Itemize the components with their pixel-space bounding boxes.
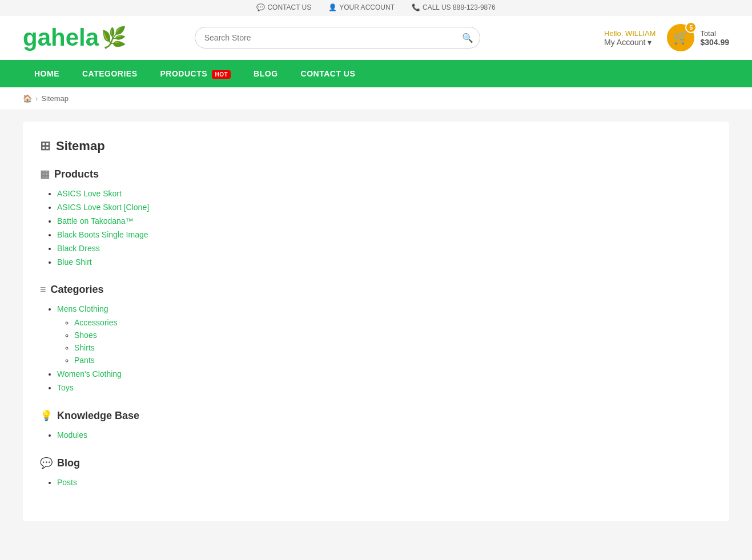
list-item: Mens Clothing Accessories Shoes Shirts P… <box>57 304 712 365</box>
list-item: Shirts <box>74 343 712 352</box>
list-item: Women's Clothing <box>57 369 712 378</box>
list-item: Accessories <box>74 318 712 327</box>
cart-button[interactable]: 🛒 5 <box>667 24 694 51</box>
nav-item-blog: BLOG <box>242 60 289 87</box>
main-nav: HOME CATEGORIES PRODUCTS HOT BLOG CONTAC… <box>0 60 752 87</box>
product-link-black-boots[interactable]: Black Boots Single Image <box>57 230 148 239</box>
header-right: Hello, WILLIAM My Account ▾ 🛒 5 Total $3… <box>604 24 729 51</box>
logo-leaf-icon: 🌿 <box>101 26 127 50</box>
category-link-toys[interactable]: Toys <box>57 383 74 392</box>
user-icon: 👤 <box>328 3 337 11</box>
category-link-shoes[interactable]: Shoes <box>74 331 97 340</box>
categories-section: ≡ Categories Mens Clothing Accessories S… <box>40 284 712 392</box>
header: gahela 🌿 🔍 Hello, WILLIAM My Account ▾ 🛒… <box>0 15 752 60</box>
blog-list: Posts <box>57 478 712 487</box>
breadcrumb-home-link[interactable]: 🏠 <box>23 94 32 103</box>
blog-icon: 💬 <box>40 457 53 469</box>
cart-wrapper: 🛒 5 Total $304.99 <box>667 24 729 51</box>
main-content: ⊞ Sitemap ▦ Products ASICS Love Skort AS… <box>23 122 729 521</box>
cart-badge: 5 <box>685 22 697 33</box>
product-link-asics-love-skort-clone[interactable]: ASICS Love Skort [Clone] <box>57 203 149 212</box>
nav-item-categories: CATEGORIES <box>71 60 149 87</box>
products-list: ASICS Love Skort ASICS Love Skort [Clone… <box>57 189 712 267</box>
chat-icon: 💬 <box>256 3 265 11</box>
categories-list: Mens Clothing Accessories Shoes Shirts P… <box>57 304 712 392</box>
nav-link-home[interactable]: HOME <box>23 60 71 87</box>
list-item: Modules <box>57 430 712 440</box>
total-label: Total <box>700 29 729 38</box>
nav-link-categories[interactable]: CATEGORIES <box>71 60 149 87</box>
nav-link-blog[interactable]: BLOG <box>242 60 289 87</box>
home-icon: 🏠 <box>23 94 32 103</box>
knowledge-base-list: Modules <box>57 430 712 440</box>
phone-icon: 📞 <box>412 3 420 11</box>
product-link-asics-love-skort[interactable]: ASICS Love Skort <box>57 189 122 198</box>
product-link-blue-shirt[interactable]: Blue Shirt <box>57 257 92 267</box>
total-amount: $304.99 <box>700 38 729 47</box>
kb-link-modules[interactable]: Modules <box>57 430 87 440</box>
search-input[interactable] <box>195 27 480 49</box>
categories-icon: ≡ <box>40 284 46 296</box>
product-link-black-dress[interactable]: Black Dress <box>57 244 100 253</box>
list-item: Blue Shirt <box>57 257 712 267</box>
logo-text: gahela <box>23 24 99 51</box>
logo[interactable]: gahela 🌿 <box>23 24 127 51</box>
blog-section-title: 💬 Blog <box>40 457 712 469</box>
mens-sub-list: Accessories Shoes Shirts Pants <box>74 318 712 365</box>
breadcrumb-separator: › <box>35 94 38 103</box>
list-item: Shoes <box>74 331 712 340</box>
dropdown-arrow-icon: ▾ <box>648 38 652 47</box>
account-link[interactable]: My Account ▾ <box>604 38 656 47</box>
cart-icon: 🛒 <box>673 30 689 45</box>
knowledge-base-section: 💡 Knowledge Base Modules <box>40 409 712 440</box>
category-link-shirts[interactable]: Shirts <box>74 343 95 352</box>
hot-badge: HOT <box>212 70 231 79</box>
list-item: ASICS Love Skort [Clone] <box>57 203 712 212</box>
breadcrumb: 🏠 › Sitemap <box>0 87 752 110</box>
list-item: Battle on Takodana™ <box>57 216 712 225</box>
product-link-battle-on-takodana[interactable]: Battle on Takodana™ <box>57 216 134 225</box>
nav-item-home: HOME <box>23 60 71 87</box>
search-button[interactable]: 🔍 <box>462 33 473 43</box>
nav-link-contact[interactable]: CONTACT US <box>289 60 367 87</box>
topbar-call-us[interactable]: 📞 CALL US 888-123-9876 <box>412 3 496 11</box>
knowledge-base-icon: 💡 <box>40 409 53 422</box>
category-link-pants[interactable]: Pants <box>74 356 95 365</box>
category-link-mens[interactable]: Mens Clothing <box>57 304 108 313</box>
blog-section: 💬 Blog Posts <box>40 457 712 487</box>
list-item: ASICS Love Skort <box>57 189 712 198</box>
my-account: Hello, WILLIAM My Account ▾ <box>604 29 656 47</box>
search-bar: 🔍 <box>195 27 480 49</box>
list-item: Toys <box>57 383 712 392</box>
breadcrumb-current: Sitemap <box>41 94 69 103</box>
products-icon: ▦ <box>40 168 50 180</box>
topbar-contact-us[interactable]: 💬 CONTACT US <box>256 3 311 11</box>
list-item: Black Dress <box>57 244 712 253</box>
categories-section-title: ≡ Categories <box>40 284 712 296</box>
hello-text: Hello, WILLIAM <box>604 29 656 38</box>
nav-link-products[interactable]: PRODUCTS HOT <box>149 60 243 87</box>
products-section-title: ▦ Products <box>40 168 712 180</box>
top-bar: 💬 CONTACT US 👤 YOUR ACCOUNT 📞 CALL US 88… <box>0 0 752 15</box>
nav-item-products: PRODUCTS HOT <box>149 60 243 87</box>
search-icon: 🔍 <box>462 33 473 43</box>
category-link-womens[interactable]: Women's Clothing <box>57 369 122 378</box>
nav-item-contact: CONTACT US <box>289 60 367 87</box>
cart-total: Total $304.99 <box>700 29 729 47</box>
sitemap-title: ⊞ Sitemap <box>40 139 712 154</box>
sitemap-icon: ⊞ <box>40 139 50 154</box>
category-link-accessories[interactable]: Accessories <box>74 318 117 327</box>
knowledge-base-section-title: 💡 Knowledge Base <box>40 409 712 422</box>
list-item: Black Boots Single Image <box>57 230 712 239</box>
products-section: ▦ Products ASICS Love Skort ASICS Love S… <box>40 168 712 267</box>
topbar-your-account[interactable]: 👤 YOUR ACCOUNT <box>328 3 395 11</box>
blog-link-posts[interactable]: Posts <box>57 478 77 487</box>
list-item: Pants <box>74 356 712 365</box>
list-item: Posts <box>57 478 712 487</box>
